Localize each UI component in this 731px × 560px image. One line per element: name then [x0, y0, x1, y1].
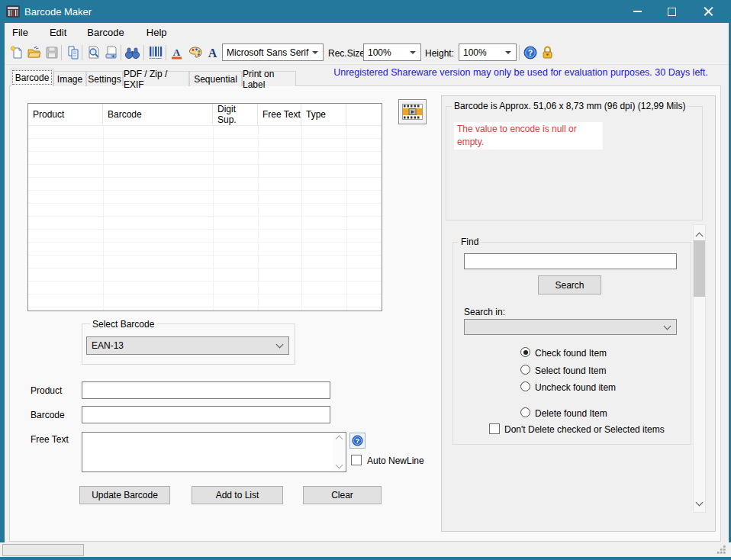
tab-barcode[interactable]: Barcode — [11, 69, 53, 86]
font-color-button[interactable]: A — [168, 43, 185, 62]
svg-text:A: A — [208, 47, 217, 60]
bottom-scrollbar — [0, 542, 731, 557]
chevron-down-icon — [410, 51, 416, 54]
tab-print-on-label[interactable]: Print on Label — [242, 71, 296, 86]
menu-help[interactable]: Help — [139, 24, 175, 40]
print-button[interactable] — [102, 43, 120, 62]
list-body — [28, 126, 382, 307]
rec-size-combobox[interactable]: 100% — [363, 43, 421, 61]
open-file-button[interactable] — [25, 43, 43, 62]
print-preview-button[interactable] — [85, 43, 102, 62]
table-row[interactable] — [28, 243, 382, 256]
auto-newline-checkbox[interactable] — [351, 455, 362, 465]
barcode-button[interactable] — [147, 43, 164, 62]
menu-file[interactable]: File — [5, 24, 36, 40]
height-combobox[interactable]: 100% — [459, 43, 517, 61]
open-folder-icon — [27, 45, 42, 60]
column-header-empty — [346, 104, 382, 125]
product-input[interactable] — [82, 381, 330, 399]
barcode-input[interactable] — [82, 406, 330, 423]
minimize-icon — [633, 11, 642, 12]
tab-sequential[interactable]: Sequential — [189, 71, 242, 86]
rec-size-label: Rec.Size — [328, 48, 365, 59]
toolbar-separator — [121, 45, 121, 60]
font-family-combobox[interactable]: Microsoft Sans Serif — [222, 43, 324, 61]
palette-button[interactable] — [186, 43, 204, 62]
table-row[interactable] — [28, 139, 382, 152]
media-button[interactable] — [398, 99, 427, 124]
radio-check-found-item[interactable] — [520, 347, 530, 357]
free-text-scrollbar[interactable] — [333, 433, 345, 471]
close-button[interactable] — [691, 0, 726, 23]
copy-icon — [66, 45, 81, 60]
help-button[interactable]: ? — [521, 43, 539, 62]
register-button[interactable] — [539, 43, 556, 62]
scroll-down-icon — [696, 499, 704, 507]
add-to-list-button[interactable]: Add to List — [192, 486, 283, 504]
find-search-input[interactable] — [464, 253, 677, 269]
free-text-help-button[interactable]: ? — [349, 433, 366, 449]
radio-check-found-item-label: Check found Item — [535, 348, 607, 359]
free-text-label: Free Text — [31, 434, 69, 445]
filmstrip-icon — [402, 104, 423, 120]
radio-select-found-item[interactable] — [520, 365, 530, 375]
app-icon — [6, 5, 20, 18]
list-header: Product Barcode Digit Sup. Free Text Typ… — [28, 104, 382, 126]
table-row[interactable] — [28, 152, 382, 165]
barcode-size-group-label: Barcode is Approx. 51,06 x 8,73 mm (96 d… — [452, 101, 688, 111]
resize-grip-icon[interactable] — [717, 545, 726, 555]
table-row[interactable] — [28, 204, 382, 217]
table-row[interactable] — [28, 230, 382, 243]
table-row[interactable] — [28, 178, 382, 191]
radio-delete-found-item[interactable] — [520, 407, 530, 417]
tab-settings[interactable]: Settings — [86, 71, 123, 86]
free-text-input[interactable] — [82, 432, 346, 472]
radio-uncheck-found-item[interactable] — [520, 381, 530, 391]
column-header-barcode[interactable]: Barcode — [103, 104, 213, 125]
column-header-free-text[interactable]: Free Text — [258, 104, 301, 125]
copy-button[interactable] — [64, 43, 82, 62]
barcode-list[interactable]: Product Barcode Digit Sup. Free Text Typ… — [27, 103, 382, 311]
update-barcode-button[interactable]: Update Barcode — [79, 486, 170, 504]
table-row[interactable] — [28, 191, 382, 204]
h-scrollbar-thumb[interactable] — [2, 544, 84, 556]
dont-delete-checkbox[interactable] — [489, 423, 500, 434]
menu-bar: File Edit Barcode Help — [5, 23, 729, 41]
search-in-combobox[interactable] — [464, 319, 677, 335]
find-button[interactable] — [124, 43, 141, 62]
dont-delete-label: Don't Delete checked or Selected items — [504, 424, 665, 435]
grid-line — [301, 126, 302, 311]
maximize-button[interactable] — [655, 0, 689, 23]
table-row[interactable] — [28, 165, 382, 178]
tab-image[interactable]: Image — [53, 71, 86, 86]
radio-delete-found-item-label: Delete found Item — [535, 408, 607, 419]
barcode-type-combobox[interactable]: EAN-13 — [86, 336, 289, 355]
column-header-digit-sup[interactable]: Digit Sup. — [213, 104, 258, 125]
table-row[interactable] — [28, 256, 382, 269]
minimize-button[interactable] — [620, 0, 655, 23]
barcode-type-value: EAN-13 — [87, 340, 277, 351]
table-row[interactable] — [28, 126, 382, 139]
table-row[interactable] — [28, 282, 382, 294]
table-row[interactable] — [28, 217, 382, 230]
close-icon — [704, 7, 713, 17]
maximize-icon — [668, 8, 676, 16]
scrollbar-thumb[interactable] — [694, 240, 705, 297]
tab-pdf-zip-exif[interactable]: PDF / Zip / EXIF — [123, 71, 189, 86]
save-button[interactable] — [43, 43, 60, 62]
height-label: Height: — [425, 48, 454, 59]
preview-scrollbar[interactable] — [693, 224, 706, 513]
menu-barcode[interactable]: Barcode — [79, 24, 131, 40]
clear-button[interactable]: Clear — [303, 486, 382, 504]
search-button[interactable]: Search — [538, 275, 601, 294]
menu-edit[interactable]: Edit — [42, 24, 74, 40]
radio-select-found-item-label: Select found Item — [535, 365, 606, 376]
new-document-button[interactable] — [8, 43, 25, 62]
font-button[interactable]: A — [204, 43, 221, 62]
table-row[interactable] — [28, 294, 382, 307]
help-icon: ? — [352, 435, 363, 446]
column-header-product[interactable]: Product — [28, 104, 103, 125]
table-row[interactable] — [28, 269, 382, 282]
search-in-label: Search in: — [464, 307, 505, 317]
column-header-type[interactable]: Type — [301, 104, 346, 125]
